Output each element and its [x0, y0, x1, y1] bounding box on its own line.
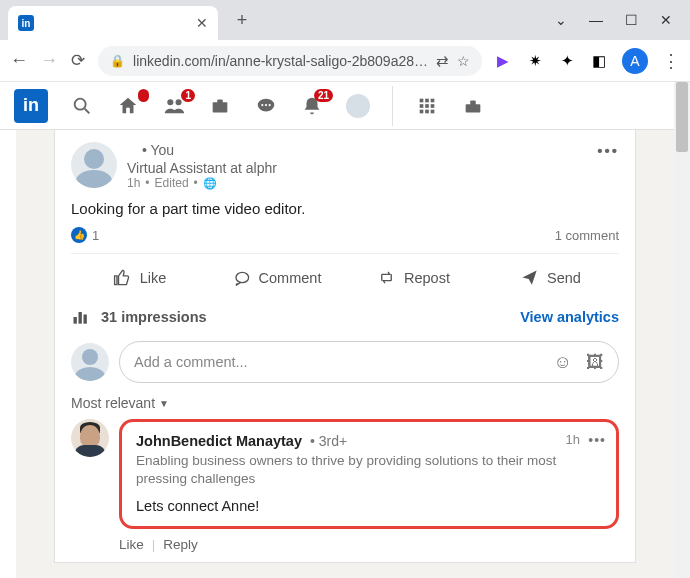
- comment-input[interactable]: Add a comment... ☺ 🖼: [119, 341, 619, 383]
- back-button[interactable]: ←: [10, 50, 28, 71]
- post-time: 1h: [127, 176, 140, 190]
- reaction-summary[interactable]: 👍 1: [71, 227, 99, 243]
- svg-rect-20: [470, 100, 476, 105]
- network-icon[interactable]: 1: [162, 94, 186, 118]
- svg-rect-19: [466, 104, 481, 112]
- repost-label: Repost: [404, 270, 450, 286]
- svg-rect-17: [425, 109, 429, 113]
- ext-icon-2[interactable]: ✷: [526, 52, 544, 70]
- comment-sort[interactable]: Most relevant ▼: [71, 395, 619, 411]
- comment-bubble: JohnBenedict Manaytay • 3rd+ 1h ••• Enab…: [119, 419, 619, 529]
- view-analytics-link[interactable]: View analytics: [520, 309, 619, 325]
- connection-degree: 3rd+: [319, 433, 347, 449]
- post-header: _ • You Virtual Assistant at alphr 1h • …: [71, 142, 619, 190]
- repost-button[interactable]: Repost: [345, 260, 482, 295]
- commenter-name-text: JohnBenedict Manaytay: [136, 433, 302, 449]
- comment-like-button[interactable]: Like: [119, 537, 144, 552]
- caret-down-icon: ▼: [159, 398, 169, 409]
- reload-button[interactable]: ⟳: [70, 50, 86, 71]
- comment-my-avatar[interactable]: [71, 343, 109, 381]
- post-body: Looking for a part time video editor.: [71, 200, 619, 217]
- jobs-icon[interactable]: [208, 94, 232, 118]
- close-tab-icon[interactable]: ✕: [196, 15, 208, 31]
- chevron-down-icon[interactable]: ⌄: [555, 12, 567, 28]
- svg-rect-5: [217, 99, 223, 103]
- chrome-menu-icon[interactable]: ⋮: [662, 50, 680, 72]
- home-badge: [138, 89, 149, 102]
- send-button[interactable]: Send: [482, 260, 619, 295]
- business-icon[interactable]: [461, 94, 485, 118]
- maximize-button[interactable]: ☐: [625, 12, 638, 28]
- like-count: 1: [92, 228, 99, 243]
- linkedin-navbar: in 1 21: [0, 82, 690, 130]
- minimize-button[interactable]: —: [589, 12, 603, 28]
- bookmark-icon[interactable]: ☆: [457, 53, 470, 69]
- impressions-row: 31 impressions View analytics: [71, 307, 619, 327]
- svg-rect-4: [213, 102, 228, 112]
- profile-avatar[interactable]: A: [622, 48, 648, 74]
- post-actions: Like Comment Repost Send: [71, 253, 619, 295]
- browser-tab-active[interactable]: in ✕: [8, 6, 218, 40]
- svg-rect-15: [431, 104, 435, 108]
- translate-icon[interactable]: ⇄: [436, 52, 449, 70]
- nav-profile-avatar[interactable]: [346, 94, 370, 118]
- messaging-icon[interactable]: [254, 94, 278, 118]
- author-headline: Virtual Assistant at alphr: [127, 160, 277, 176]
- like-label: Like: [140, 270, 167, 286]
- notifications-icon[interactable]: 21: [300, 94, 324, 118]
- svg-rect-18: [431, 109, 435, 113]
- scrollbar-thumb[interactable]: [676, 82, 688, 152]
- comment-count[interactable]: 1 comment: [555, 228, 619, 243]
- send-label: Send: [547, 270, 581, 286]
- like-icon: 👍: [71, 227, 87, 243]
- forward-button[interactable]: →: [40, 50, 58, 71]
- svg-rect-21: [74, 317, 77, 324]
- comment-label: Comment: [259, 270, 322, 286]
- comment-time: 1h: [566, 432, 580, 447]
- url-text: linkedin.com/in/anne-krystal-saligo-2b80…: [133, 53, 428, 69]
- author-avatar[interactable]: [71, 142, 117, 188]
- network-badge: 1: [181, 89, 195, 102]
- svg-rect-23: [84, 315, 87, 324]
- emoji-icon[interactable]: ☺: [554, 352, 572, 373]
- commenter-name[interactable]: JohnBenedict Manaytay • 3rd+: [136, 433, 347, 449]
- comment-placeholder: Add a comment...: [134, 354, 248, 370]
- comment-reply-button[interactable]: Reply: [163, 537, 198, 552]
- post-menu-icon[interactable]: •••: [597, 142, 619, 159]
- page-scrollbar[interactable]: [674, 82, 690, 578]
- add-comment-row: Add a comment... ☺ 🖼: [71, 341, 619, 383]
- svg-point-2: [167, 99, 173, 105]
- browser-toolbar: ← → ⟳ 🔒 linkedin.com/in/anne-krystal-sal…: [0, 40, 690, 82]
- commenter-headline: Enabling business owners to thrive by pr…: [136, 452, 602, 488]
- svg-point-0: [75, 98, 86, 109]
- notif-badge: 21: [314, 89, 333, 102]
- svg-point-9: [269, 103, 271, 105]
- new-tab-button[interactable]: +: [228, 6, 256, 34]
- search-icon[interactable]: [70, 94, 94, 118]
- linkedin-logo[interactable]: in: [14, 89, 48, 123]
- svg-line-1: [85, 108, 90, 113]
- svg-point-3: [176, 99, 182, 105]
- comment-button[interactable]: Comment: [208, 260, 345, 295]
- close-window-button[interactable]: ✕: [660, 12, 672, 28]
- sidepanel-icon[interactable]: ◧: [590, 52, 608, 70]
- puzzle-ext-icon[interactable]: ✦: [558, 52, 576, 70]
- svg-rect-13: [420, 104, 424, 108]
- svg-rect-22: [79, 312, 82, 324]
- image-icon[interactable]: 🖼: [586, 352, 604, 373]
- home-icon[interactable]: [116, 94, 140, 118]
- comment-menu-icon[interactable]: •••: [588, 432, 606, 448]
- nav-divider: [392, 86, 393, 126]
- comment-actions: Like | Reply: [119, 537, 619, 552]
- commenter-avatar[interactable]: [71, 419, 109, 457]
- like-button[interactable]: Like: [71, 260, 208, 295]
- impressions-text: 31 impressions: [101, 309, 207, 325]
- lock-icon: 🔒: [110, 54, 125, 68]
- grid-apps-icon[interactable]: [415, 94, 439, 118]
- play-ext-icon[interactable]: ▶: [494, 52, 512, 70]
- globe-icon: 🌐: [203, 177, 217, 190]
- svg-rect-16: [420, 109, 424, 113]
- address-bar[interactable]: 🔒 linkedin.com/in/anne-krystal-saligo-2b…: [98, 46, 482, 76]
- svg-rect-12: [431, 98, 435, 102]
- you-label: • You: [142, 142, 174, 160]
